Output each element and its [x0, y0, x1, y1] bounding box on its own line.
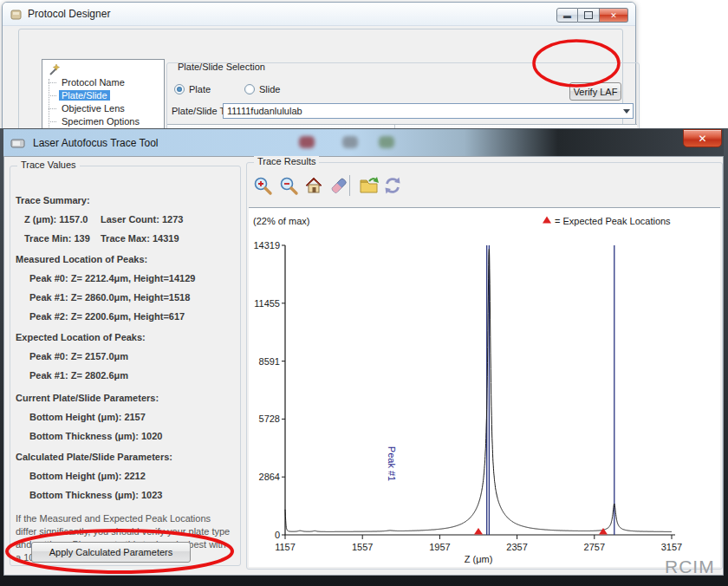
tree-item-label: Objective Lens [59, 103, 127, 114]
summary-trace-max: Trace Max: 14319 [101, 233, 179, 244]
export-icon [359, 175, 380, 196]
current-param-1: Bottom Thickness (μm): 1020 [29, 431, 162, 441]
tree-item-plate-slide[interactable]: Plate/Slide [42, 89, 164, 102]
summary-laser-count: Laser Count: 1273 [101, 214, 183, 225]
y-tick-label: 8591 [259, 356, 280, 367]
trace-line [285, 250, 672, 532]
plate-radio[interactable] [174, 84, 185, 94]
legend-text: = Expected Peak Locations [555, 216, 671, 226]
tree-item-specimen-options[interactable]: Specimen Options [42, 115, 164, 128]
tree-item-label: Protocol Name [59, 77, 127, 88]
expected-peak-0: Peak #0: Z= 2157.0μm [29, 351, 128, 361]
slide-radio-label[interactable]: Slide [259, 83, 280, 95]
close-button[interactable]: ✕ [683, 129, 722, 147]
window-title: Laser Autofocus Trace Tool [33, 137, 159, 149]
refresh-button[interactable] [380, 173, 404, 197]
x-tick-label: 1957 [429, 542, 450, 552]
trace-tool-client: Trace Values Trace Summary:Z (μm): 1157.… [3, 156, 724, 576]
expected-peak-marker [474, 528, 483, 535]
trace-results-group: Trace Results (22% of max)= Expected Pea… [246, 162, 723, 570]
chart-corner-note: (22% of max) [253, 216, 309, 226]
watermark: RCIM [665, 557, 715, 577]
x-axis-label: Z (μm) [465, 554, 493, 564]
tree-item-label: Specimen Options [59, 116, 142, 127]
verify-laf-button[interactable]: Verify LAF [569, 82, 621, 101]
maximize-button[interactable] [578, 8, 600, 23]
measured-peak-0: Peak #0: Z= 2212.4μm, Height=14129 [29, 273, 195, 283]
x-tick-label: 2357 [506, 542, 527, 552]
wand-icon [47, 62, 61, 76]
combobox-value: 11111fudanlululab [227, 106, 302, 116]
current-param-0: Bottom Height (μm): 2157 [29, 412, 146, 422]
laser-autofocus-trace-tool-window: Laser Autofocus Trace Tool ✕ Trace Value… [0, 128, 728, 586]
toolbar-separator [349, 175, 350, 196]
app-icon [10, 8, 23, 21]
measured-peak-2: Peak #2: Z= 2200.6μm, Height=617 [29, 311, 185, 322]
home-button[interactable] [302, 173, 326, 197]
summary-z: Z (μm): 1157.0 [24, 214, 88, 225]
x-tick-label: 3157 [661, 542, 682, 552]
close-button[interactable]: ✕ [600, 8, 628, 23]
calculated-param-0: Bottom Height (μm): 2212 [29, 471, 146, 481]
trace-values-group: Trace Values Trace Summary:Z (μm): 1157.… [10, 166, 241, 566]
chevron-down-icon[interactable] [623, 109, 630, 114]
redacted-mark [299, 136, 315, 148]
y-tick-label: 14319 [253, 240, 280, 251]
x-tick-label: 1557 [352, 542, 373, 552]
summary-trace-min: Trace Min: 139 [24, 233, 90, 244]
redacted-mark [342, 136, 358, 148]
y-tick-label: 0 [275, 530, 280, 540]
protocol-designer-window: Protocol Designer ▬ ✕ Protocol NamePlate… [2, 2, 636, 130]
tree-item-label: Plate/Slide [59, 90, 110, 101]
peak-1-label: Peak #1 [387, 446, 397, 481]
legend-triangle-icon [543, 217, 551, 224]
tree-item-protocol-name[interactable]: Protocol Name [42, 76, 164, 89]
export-button[interactable] [357, 173, 380, 197]
y-tick-label: 5728 [259, 413, 280, 424]
minimize-button[interactable]: ▬ [556, 8, 578, 23]
current-params-title: Current Plate/Slide Parameters: [16, 393, 159, 403]
home-icon [304, 175, 325, 196]
group-title: Trace Results [254, 156, 319, 166]
plate-slide-type-combobox[interactable]: 11111fudanlululab [223, 103, 634, 119]
x-tick-label: 1157 [275, 542, 296, 552]
apply-calculated-parameters-button[interactable]: Apply Calculated Parameters [31, 542, 191, 563]
window-title: Protocol Designer [28, 8, 110, 20]
content-frame: Protocol NamePlate/SlideObjective LensSp… [18, 29, 623, 131]
app-icon [10, 136, 26, 150]
refresh-icon [382, 175, 403, 196]
measured-peak-1: Peak #1: Z= 2860.0μm, Height=1518 [29, 292, 190, 303]
protocol-designer-titlebar[interactable]: Protocol Designer ▬ ✕ [3, 3, 635, 26]
zoom-out-icon [278, 175, 299, 196]
measured-title: Measured Location of Peaks: [16, 254, 147, 264]
calculated-param-1: Bottom Thickness (μm): 1023 [29, 490, 162, 500]
zoom-out-button[interactable] [276, 173, 300, 197]
zoom-in-button[interactable] [250, 173, 274, 197]
calculated-params-title: Calculated Plate/Slide Parameters: [16, 452, 172, 462]
slide-radio[interactable] [244, 84, 255, 94]
summary-title: Trace Summary: [16, 195, 90, 205]
expected-title: Expected Location of Peaks: [16, 332, 146, 342]
expected-peak-1: Peak #1: Z= 2802.6μm [29, 370, 128, 381]
eraser-icon [329, 175, 350, 196]
y-tick-label: 2864 [259, 472, 280, 482]
y-tick-label: 11455 [254, 298, 280, 309]
chart-toolbar [249, 170, 720, 207]
trace-tool-titlebar[interactable]: Laser Autofocus Trace Tool [3, 129, 724, 156]
zoom-in-icon [252, 175, 273, 196]
tree-item-objective-lens[interactable]: Objective Lens [42, 102, 164, 115]
eraser-button[interactable] [328, 173, 351, 197]
x-tick-label: 2757 [584, 542, 605, 552]
group-title: Plate/Slide Selection [174, 62, 269, 72]
plate-radio-label[interactable]: Plate [189, 83, 211, 95]
redacted-mark [379, 136, 394, 148]
trace-chart-canvas[interactable]: (22% of max)= Expected Peak Locations028… [249, 208, 720, 567]
